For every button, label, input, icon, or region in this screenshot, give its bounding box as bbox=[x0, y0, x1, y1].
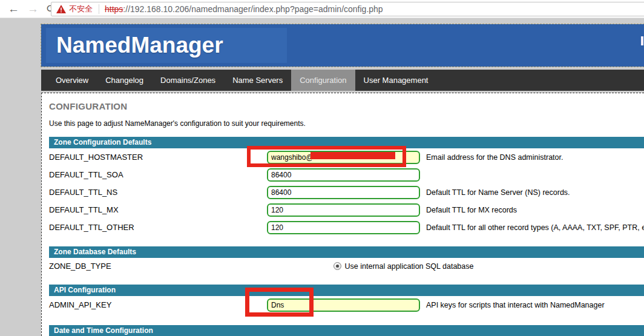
default-ttl-ns-input[interactable] bbox=[267, 186, 420, 199]
forward-icon[interactable]: → bbox=[27, 3, 39, 15]
form-row-admin-api-key: ADMIN_API_KEY API keys for scripts that … bbox=[49, 296, 644, 314]
field-label: DEFAULT_TTL_SOA bbox=[49, 170, 267, 179]
zone-db-type-radio[interactable] bbox=[334, 262, 341, 270]
url-text: ://192.168.10.206/namedmanager/index.php… bbox=[123, 4, 383, 14]
truncated-link-fragment bbox=[641, 36, 643, 45]
tab-overview[interactable]: Overview bbox=[47, 70, 97, 91]
field-help-text: API keys for scripts that interact with … bbox=[426, 301, 605, 309]
default-ttl-soa-input[interactable] bbox=[267, 168, 420, 182]
field-help-text: Default TTL for MX records bbox=[426, 206, 517, 214]
section-header-zone-database-defaults: Zone Database Defaults bbox=[49, 246, 644, 258]
default-ttl-other-input[interactable] bbox=[267, 221, 420, 234]
default-ttl-mx-input[interactable] bbox=[267, 203, 420, 217]
address-bar[interactable]: 不安全 https ://192.168.10.206/namedmanager… bbox=[51, 2, 644, 16]
main-nav: Overview Changelog Domains/Zones Name Se… bbox=[41, 70, 644, 91]
page-intro: Use this page to adjust NameManager's co… bbox=[49, 119, 644, 128]
form-row-default-ttl-mx: DEFAULT_TTL_MX Default TTL for MX record… bbox=[49, 201, 644, 219]
default-hostmaster-input[interactable] bbox=[267, 151, 420, 164]
field-label: ADMIN_API_KEY bbox=[49, 300, 267, 309]
back-icon[interactable]: ← bbox=[8, 3, 19, 15]
field-label: DEFAULT_TTL_MX bbox=[49, 205, 267, 214]
url-scheme: https bbox=[105, 4, 123, 14]
form-row-default-ttl-ns: DEFAULT_TTL_NS Default TTL for Name Serv… bbox=[49, 183, 644, 201]
browser-window: ← → ⟳ 不安全 https ://192.168.10.206/namedm… bbox=[0, 0, 644, 336]
form-row-default-hostmaster: DEFAULT_HOSTMASTER Email address for the… bbox=[49, 148, 644, 166]
admin-api-key-input[interactable] bbox=[267, 298, 420, 312]
form-row-default-ttl-soa: DEFAULT_TTL_SOA bbox=[49, 166, 644, 183]
content-area: CONFIGURATION Use this page to adjust Na… bbox=[41, 93, 644, 336]
tab-changelog[interactable]: Changelog bbox=[97, 70, 152, 91]
radio-selected-dot bbox=[336, 265, 339, 268]
radio-option-label: Use internal application SQL database bbox=[345, 262, 474, 271]
field-help-text: Default TTL for Name Server (NS) records… bbox=[426, 188, 570, 197]
tab-domains-zones[interactable]: Domains/Zones bbox=[152, 70, 224, 91]
omnibox-divider bbox=[99, 4, 99, 14]
warning-icon bbox=[56, 5, 66, 13]
site-header: NamedManager bbox=[41, 24, 644, 67]
page-title: CONFIGURATION bbox=[49, 101, 644, 111]
field-help-text: Email address for the DNS administrator. bbox=[426, 153, 563, 162]
field-label: DEFAULT_TTL_OTHER bbox=[49, 223, 267, 232]
tab-configuration[interactable]: Configuration bbox=[291, 70, 355, 91]
form-row-zone-db-type: ZONE_DB_TYPE Use internal application SQ… bbox=[49, 258, 644, 274]
field-help-text: Default TTL for all other record types (… bbox=[426, 223, 644, 232]
field-label: DEFAULT_TTL_NS bbox=[49, 188, 267, 197]
app-title: NamedManager bbox=[56, 33, 223, 58]
tab-name-servers[interactable]: Name Servers bbox=[224, 70, 291, 91]
browser-toolbar: ← → ⟳ 不安全 https ://192.168.10.206/namedm… bbox=[0, 0, 644, 18]
field-label: DEFAULT_HOSTMASTER bbox=[49, 153, 267, 162]
section-header-date-time-configuration: Date and Time Configuration bbox=[49, 325, 644, 336]
section-header-zone-configuration-defaults: Zone Configuration Defaults bbox=[49, 137, 644, 148]
site-header-logo-panel: NamedManager bbox=[46, 28, 287, 63]
tab-user-management[interactable]: User Management bbox=[355, 70, 437, 91]
field-label: ZONE_DB_TYPE bbox=[49, 262, 111, 271]
section-header-api-configuration: API Configuration bbox=[49, 285, 644, 296]
security-status-label: 不安全 bbox=[69, 4, 93, 15]
form-row-default-ttl-other: DEFAULT_TTL_OTHER Default TTL for all ot… bbox=[49, 219, 644, 236]
